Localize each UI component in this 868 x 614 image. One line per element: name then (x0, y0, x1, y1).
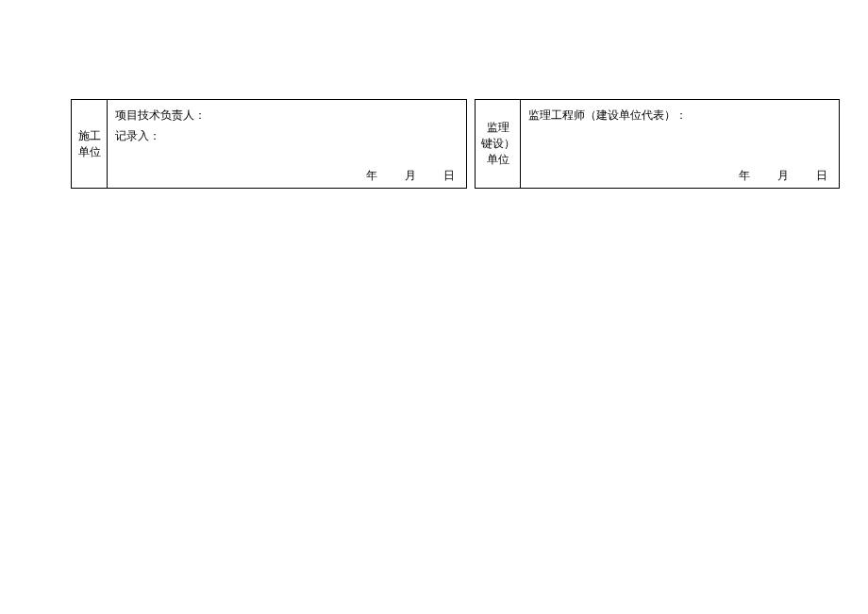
label-text: 施工单位 (74, 128, 105, 160)
supervision-unit-box: 监理键设）单位 监理工程师（建设单位代表）： 年 月 日 (475, 99, 840, 189)
tech-leader-line: 项目技术负责人： (115, 106, 459, 126)
year-label: 年 (739, 169, 752, 182)
signature-table: 施工单位 项目技术负责人： 记录入： 年 月 日 监理键设）单位 监理工程师（建… (71, 99, 840, 189)
content-lines: 项目技术负责人： 记录入： (115, 106, 459, 146)
year-label: 年 (366, 169, 379, 182)
supervision-content: 监理工程师（建设单位代表）： 年 月 日 (521, 100, 839, 188)
month-label: 月 (405, 169, 418, 182)
day-label: 日 (443, 169, 457, 182)
construction-unit-box: 施工单位 项目技术负责人： 记录入： 年 月 日 (71, 99, 467, 189)
recorder-line: 记录入： (115, 126, 459, 147)
date-row: 年 月 日 (718, 168, 829, 184)
supervision-unit-label: 监理键设）单位 (476, 100, 521, 188)
label-text: 监理键设）单位 (477, 120, 518, 167)
month-label: 月 (777, 169, 791, 182)
date-row: 年 月 日 (345, 168, 457, 184)
construction-content: 项目技术负责人： 记录入： 年 月 日 (108, 100, 466, 188)
content-lines: 监理工程师（建设单位代表）： (528, 106, 831, 126)
day-label: 日 (816, 169, 829, 182)
engineer-line: 监理工程师（建设单位代表）： (528, 106, 831, 126)
construction-unit-label: 施工单位 (72, 100, 108, 188)
